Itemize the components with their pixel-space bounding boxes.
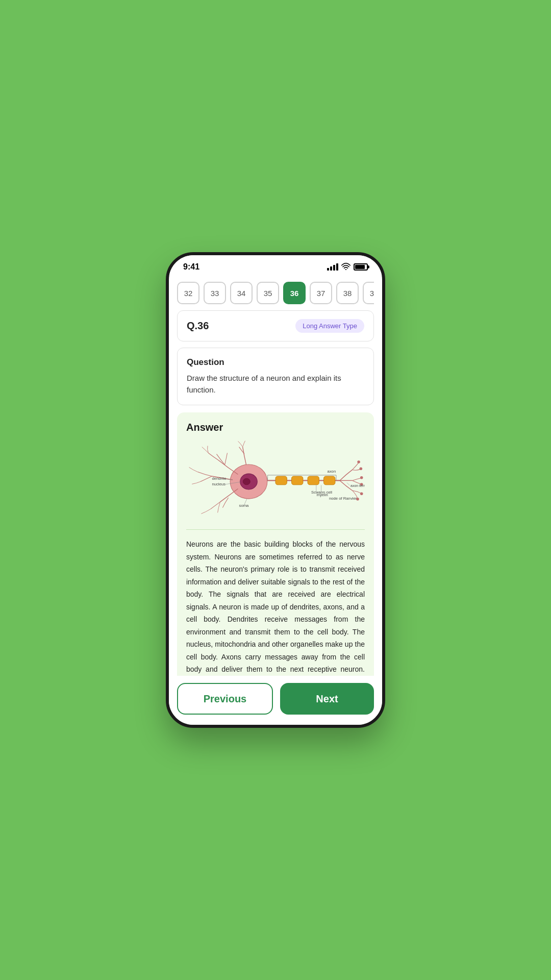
- wifi-icon: [341, 263, 350, 272]
- nav-btn-35[interactable]: 35: [257, 282, 279, 304]
- svg-rect-8: [292, 476, 303, 485]
- svg-point-3: [243, 478, 250, 485]
- svg-rect-7: [276, 476, 287, 485]
- svg-rect-10: [324, 476, 335, 485]
- question-label: Question: [187, 357, 364, 368]
- answer-text: Neurons are the basic building blocks of…: [186, 538, 365, 676]
- status-bar: 9:41: [169, 255, 382, 276]
- svg-text:dendrite: dendrite: [212, 476, 226, 481]
- question-number: Q.36: [187, 320, 209, 332]
- answer-box: Answer: [177, 412, 374, 676]
- svg-point-0: [345, 268, 346, 270]
- svg-point-11: [357, 460, 360, 463]
- svg-text:node of Ranvier: node of Ranvier: [329, 496, 357, 501]
- answer-label: Answer: [186, 422, 365, 433]
- nav-btn-34[interactable]: 34: [230, 282, 253, 304]
- question-nav: 32 33 34 35 36 37 38 38 38: [177, 282, 374, 310]
- svg-line-23: [347, 483, 350, 486]
- nav-btn-36[interactable]: 36: [283, 282, 306, 304]
- battery-icon: [354, 263, 368, 271]
- answer-type-badge: Long Answer Type: [295, 319, 364, 333]
- nav-btn-37[interactable]: 37: [310, 282, 332, 304]
- nav-btn-33[interactable]: 33: [204, 282, 226, 304]
- phone-frame: 9:41 32 3: [166, 252, 385, 728]
- svg-point-13: [360, 476, 363, 479]
- status-icons: [327, 263, 368, 272]
- svg-text:myelin: myelin: [317, 493, 328, 497]
- svg-rect-9: [308, 476, 319, 485]
- nav-btn-38a[interactable]: 38: [336, 282, 359, 304]
- svg-text:axon: axon: [328, 469, 336, 474]
- previous-button[interactable]: Previous: [177, 683, 273, 715]
- nav-btn-32[interactable]: 32: [177, 282, 199, 304]
- svg-point-12: [360, 468, 363, 471]
- nav-btn-38b[interactable]: 38: [363, 282, 374, 304]
- next-button[interactable]: Next: [280, 683, 374, 715]
- status-time: 9:41: [183, 262, 199, 272]
- svg-text:soma: soma: [239, 503, 249, 508]
- question-header: Q.36 Long Answer Type: [177, 310, 374, 341]
- svg-point-16: [360, 493, 363, 496]
- question-text: Draw the structure of a neuron and expla…: [187, 373, 364, 396]
- svg-text:axon terminal: axon terminal: [350, 484, 365, 487]
- neuron-diagram: dendrite nucleus axon axon terminal Scwa…: [186, 440, 365, 530]
- bottom-nav: Previous Next: [169, 676, 382, 725]
- svg-text:nucleus: nucleus: [212, 482, 226, 486]
- content-area: 32 33 34 35 36 37 38 38 38 Q.36 Long Ans…: [169, 276, 382, 676]
- signal-bars-icon: [327, 263, 338, 271]
- question-box: Question Draw the structure of a neuron …: [177, 348, 374, 405]
